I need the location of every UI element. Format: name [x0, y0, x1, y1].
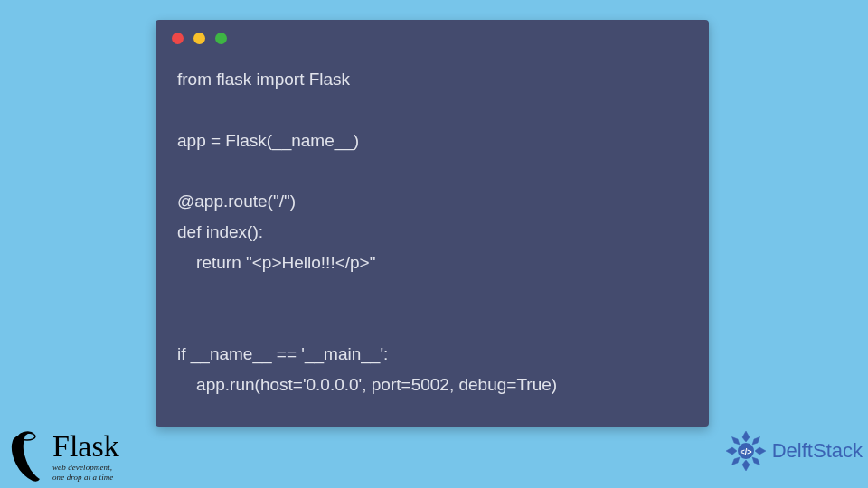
delftstack-logo-text: DelftStack: [772, 439, 863, 463]
delftstack-emblem-icon: </>: [725, 430, 767, 472]
close-icon: [172, 33, 184, 44]
flask-logo-subtitle-1: web development,: [52, 464, 119, 472]
flask-logo-text: Flask web development, one drop at a tim…: [52, 431, 119, 482]
delftstack-logo: </> DelftStack: [725, 430, 863, 472]
maximize-icon: [215, 33, 227, 44]
window-titlebar: [156, 20, 709, 53]
svg-text:</>: </>: [740, 447, 751, 456]
code-content: from flask import Flask app = Flask(__na…: [156, 53, 709, 418]
minimize-icon: [193, 33, 205, 44]
flask-logo-title: Flask: [52, 431, 119, 462]
code-window: from flask import Flask app = Flask(__na…: [156, 20, 709, 427]
flask-horn-icon: [7, 428, 47, 484]
flask-logo-subtitle-2: one drop at a time: [52, 474, 119, 482]
flask-logo: Flask web development, one drop at a tim…: [7, 428, 119, 484]
